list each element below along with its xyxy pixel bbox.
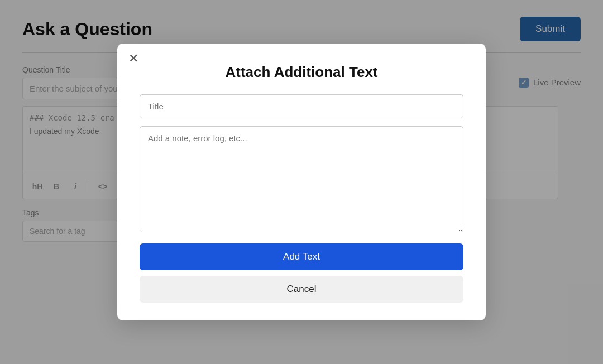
modal-add-text-button[interactable]: Add Text: [140, 243, 463, 270]
modal-cancel-button[interactable]: Cancel: [140, 276, 463, 303]
modal-title-input[interactable]: [140, 94, 463, 118]
modal-dialog: ✕ Attach Additional Text Add Text Cancel: [117, 44, 486, 320]
modal-overlay: ✕ Attach Additional Text Add Text Cancel: [0, 0, 603, 364]
modal-title: Attach Additional Text: [140, 64, 463, 81]
modal-close-button[interactable]: ✕: [128, 52, 138, 65]
modal-text-area[interactable]: [140, 126, 463, 232]
